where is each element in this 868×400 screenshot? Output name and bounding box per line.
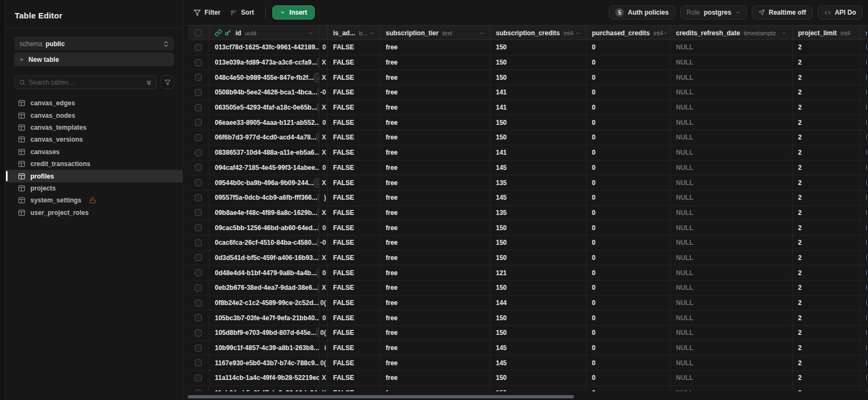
cell-is-admin[interactable]: FALSE (328, 100, 380, 115)
column-header-subscription_tier[interactable]: subscription_tiertext (380, 26, 490, 40)
row-checkbox[interactable] (195, 59, 202, 66)
cell-is-admin[interactable]: FALSE (328, 355, 380, 370)
cell-id[interactable]: 08386537-10d4-488a-a11e-eb5a6...→ (209, 145, 320, 160)
chevron-down-icon[interactable] (575, 30, 580, 36)
cell-purchased-credits[interactable]: 0 (586, 191, 671, 205)
cell-subscription-credits[interactable]: 141 (490, 100, 586, 115)
cell-project-limit[interactable]: 2 (793, 175, 860, 190)
cell-purchased-credits[interactable]: 0 (586, 175, 671, 190)
cell-subscription-credits[interactable]: 150 (490, 40, 586, 55)
cell-id[interactable]: 0d3d541d-bf5c-459f-a406-16b93...→ (209, 251, 320, 265)
cell-subscription-tier[interactable]: free (380, 100, 490, 115)
cell-subscription-credits[interactable]: 150 (490, 220, 586, 235)
cell-clipped-last[interactable]: NULL (860, 100, 867, 115)
cell-id[interactable]: 10b99c1f-4857-4c39-a8b1-263b8...→ (209, 341, 320, 355)
cell-credits-refresh-date[interactable]: NULL (671, 281, 793, 295)
cell-purchased-credits[interactable]: 0 (586, 310, 671, 325)
cell-subscription-credits[interactable]: 150 (490, 70, 586, 85)
cell-subscription-credits[interactable]: 150 (490, 281, 586, 295)
cell-project-limit[interactable]: 2 (793, 206, 860, 220)
cell-subscription-tier[interactable]: free (380, 145, 490, 160)
cell-is-admin[interactable]: FALSE (328, 371, 380, 385)
cell-project-limit[interactable]: 2 (793, 371, 860, 385)
cell-purchased-credits[interactable]: 0 (586, 341, 671, 355)
chevron-down-icon[interactable] (308, 30, 314, 36)
cell-is-admin[interactable]: FALSE (328, 251, 380, 265)
cell-subscription-credits[interactable]: 145 (490, 355, 586, 370)
cell-id[interactable]: 0d48e4d4-b1bf-4479-9a8b-4a4b...→ (209, 265, 320, 280)
cell-credits-refresh-date[interactable]: NULL (671, 100, 793, 115)
cell-credits-refresh-date[interactable]: NULL (671, 220, 793, 235)
cell-purchased-credits[interactable]: 0 (586, 355, 671, 370)
sidebar-item-canvas_versions[interactable]: canvas_versions (14, 134, 174, 145)
cell-project-limit[interactable]: 2 (793, 130, 860, 145)
column-header-subscription_credits[interactable]: subscription_creditsint4 (490, 26, 586, 40)
row-checkbox[interactable] (195, 329, 202, 336)
row-checkbox[interactable] (195, 89, 202, 96)
insert-button[interactable]: Insert (272, 5, 315, 20)
row-checkbox[interactable] (195, 284, 202, 291)
cell-purchased-credits[interactable]: 0 (586, 40, 671, 55)
cell-project-limit[interactable]: 2 (793, 191, 860, 205)
cell-clipped-last[interactable]: NULL (860, 55, 867, 70)
cell-credits-refresh-date[interactable]: NULL (671, 70, 793, 85)
cell-clipped-last[interactable]: NULL (860, 40, 867, 55)
cell-credits-refresh-date[interactable]: NULL (671, 236, 793, 250)
cell-subscription-tier[interactable]: free (380, 251, 490, 265)
row-checkbox[interactable] (195, 104, 202, 111)
cell-project-limit[interactable]: 2 (793, 310, 860, 325)
sidebar-item-system_settings[interactable]: system_settings (14, 194, 174, 206)
cell-subscription-tier[interactable]: free (380, 386, 490, 391)
row-checkbox[interactable] (195, 44, 202, 51)
cell-id[interactable]: 11a114cb-1a4c-49f4-9b28-52219ec...→ (209, 371, 320, 385)
cell-purchased-credits[interactable]: 0 (586, 265, 671, 280)
cell-project-limit[interactable]: 2 (793, 281, 860, 295)
cell-subscription-tier[interactable]: free (380, 355, 490, 370)
cell-id[interactable]: 0cac6fca-26cf-4510-84ba-c4580...→ (209, 236, 320, 250)
sidebar-item-projects[interactable]: projects (14, 182, 174, 194)
search-tables-input[interactable] (29, 79, 143, 86)
cell-credits-refresh-date[interactable]: NULL (671, 85, 793, 100)
cell-clipped-last[interactable]: NULL (860, 310, 867, 325)
cell-id[interactable]: 105d8bf9-e703-49bd-807d-645e...→ (209, 326, 320, 340)
cell-id[interactable]: 0f8b24e2-c1c2-4589-99ce-2c52d...→ (209, 296, 320, 310)
cell-clipped-last[interactable]: NULL (860, 206, 867, 220)
cell-project-limit[interactable]: 2 (793, 220, 860, 235)
row-checkbox[interactable] (195, 164, 202, 171)
cell-subscription-tier[interactable]: free (380, 70, 490, 85)
cell-subscription-tier[interactable]: free (380, 326, 490, 340)
cell-is-admin[interactable]: FALSE (328, 265, 380, 280)
cell-clipped-last[interactable]: NULL (860, 130, 867, 145)
row-checkbox[interactable] (195, 345, 202, 352)
cell-subscription-tier[interactable]: free (380, 265, 490, 280)
column-header-project_limit[interactable]: project_limitint4 (793, 26, 860, 40)
realtime-toggle-button[interactable]: Realtime off (752, 5, 813, 20)
cell-credits-refresh-date[interactable]: NULL (671, 310, 793, 325)
row-checkbox[interactable] (195, 314, 202, 321)
cell-subscription-credits[interactable]: 141 (490, 85, 586, 100)
cell-subscription-credits[interactable]: 150 (490, 251, 586, 265)
cell-project-limit[interactable]: 2 (793, 341, 860, 355)
cell-id[interactable]: 094caf42-7185-4e45-99f3-14abee...→ (209, 161, 320, 175)
cell-id[interactable]: 048c4e50-b989-455e-847e-fb2f...→ (209, 70, 320, 85)
cell-id[interactable]: 09557f5a-0dcb-4cb9-a6fb-fff366...→ (209, 191, 320, 205)
cell-subscription-credits[interactable]: 145 (490, 161, 586, 175)
cell-subscription-credits[interactable]: 150 (490, 236, 586, 250)
sidebar-item-canvas_nodes[interactable]: canvas_nodes (14, 109, 174, 121)
column-header-credits_refresh_date[interactable]: credits_refresh_datetimestamptz (671, 26, 793, 40)
cell-is-admin[interactable]: FALSE (328, 55, 380, 70)
cell-subscription-tier[interactable]: free (380, 341, 490, 355)
cell-clipped-last[interactable]: NULL (860, 220, 867, 235)
cell-clipped-last[interactable]: NULL (860, 191, 867, 205)
cell-is-admin[interactable]: FALSE (328, 326, 380, 340)
cell-project-limit[interactable]: 2 (793, 296, 860, 310)
row-checkbox[interactable] (195, 149, 202, 156)
filter-button[interactable]: Filter (189, 5, 225, 20)
cell-is-admin[interactable]: FALSE (328, 145, 380, 160)
sidebar-item-credit_transactions[interactable]: credit_transactions (14, 158, 174, 170)
cell-clipped-last[interactable]: NULL (860, 85, 867, 100)
chevrons-down-icon[interactable] (146, 79, 152, 86)
cell-is-admin[interactable]: FALSE (328, 281, 380, 295)
cell-credits-refresh-date[interactable]: NULL (671, 265, 793, 280)
cell-credits-refresh-date[interactable]: NULL (671, 251, 793, 265)
